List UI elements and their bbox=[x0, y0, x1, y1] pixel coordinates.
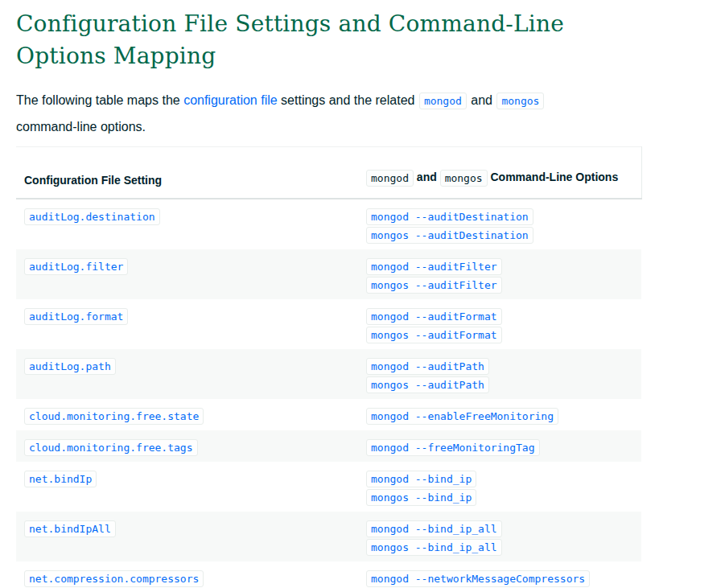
table-row: auditLog.path mongod --auditPathmongos -… bbox=[16, 349, 641, 399]
option-line: mongos --bind_ip bbox=[366, 489, 633, 506]
table-row: auditLog.destination mongod --auditDesti… bbox=[16, 199, 641, 249]
table-row: cloud.monitoring.free.tags mongod --free… bbox=[16, 430, 641, 462]
setting-code-link[interactable]: net.bindIpAll bbox=[24, 520, 116, 537]
intro-text-2: settings and the related bbox=[278, 93, 418, 107]
setting-cell: auditLog.format bbox=[16, 299, 358, 349]
option-line: mongos --bind_ip_all bbox=[366, 539, 633, 556]
option-code-link[interactable]: mongod --bind_ip_all bbox=[366, 520, 502, 537]
option-line: mongod --networkMessageCompressors bbox=[366, 570, 633, 587]
header-configuration-file-setting: Configuration File Setting bbox=[16, 147, 358, 199]
header-col1-label: Configuration File Setting bbox=[24, 174, 162, 187]
mongos-link[interactable]: mongos bbox=[496, 93, 544, 109]
option-code-link[interactable]: mongod --bind_ip bbox=[366, 471, 476, 487]
setting-code-link[interactable]: cloud.monitoring.free.state bbox=[24, 408, 204, 425]
setting-cell: cloud.monitoring.free.state bbox=[16, 399, 358, 430]
options-cell: mongod --enableFreeMonitoring bbox=[358, 399, 641, 430]
table-row: cloud.monitoring.free.state mongod --ena… bbox=[16, 399, 641, 430]
mongos-code: mongos bbox=[440, 170, 488, 187]
option-line: mongod --auditFilter bbox=[366, 258, 633, 275]
option-line: mongos --auditPath bbox=[366, 376, 633, 393]
options-cell: mongod --auditDestinationmongos --auditD… bbox=[358, 199, 641, 249]
setting-code-link[interactable]: net.compression.compressors bbox=[24, 570, 204, 587]
header-col2-label: Command-Line Options bbox=[491, 171, 619, 183]
setting-cell: auditLog.filter bbox=[16, 249, 358, 299]
option-code-link[interactable]: mongos --bind_ip bbox=[366, 489, 476, 506]
setting-cell: cloud.monitoring.free.tags bbox=[16, 430, 358, 462]
table-row: net.bindIp mongod --bind_ipmongos --bind… bbox=[16, 462, 641, 512]
setting-code-link[interactable]: auditLog.format bbox=[24, 308, 128, 325]
intro-line1: The following table maps the configurati… bbox=[16, 87, 628, 113]
option-code-link[interactable]: mongos --auditFormat bbox=[366, 327, 502, 343]
table-row: auditLog.format mongod --auditFormatmong… bbox=[16, 299, 641, 349]
option-line: mongod --freeMonitoringTag bbox=[366, 439, 633, 456]
mongod-code: mongod bbox=[366, 170, 414, 187]
option-code-link[interactable]: mongod --auditDestination bbox=[366, 208, 533, 225]
table-body: auditLog.destination mongod --auditDesti… bbox=[16, 199, 641, 588]
setting-code-link[interactable]: auditLog.path bbox=[24, 358, 116, 375]
table-row: net.bindIpAll mongod --bind_ip_allmongos… bbox=[16, 512, 641, 561]
mongod-link[interactable]: mongod bbox=[419, 93, 467, 109]
table-header-row: Configuration File Setting mongod and mo… bbox=[16, 147, 641, 199]
header-and-text: and bbox=[417, 171, 437, 183]
setting-cell: net.compression.compressors bbox=[16, 561, 358, 588]
option-code-link[interactable]: mongos --bind_ip_all bbox=[366, 539, 502, 556]
option-line: mongos --auditDestination bbox=[366, 227, 633, 244]
header-command-line-options: mongod and mongos Command-Line Options bbox=[358, 147, 641, 199]
option-line: mongod --auditDestination bbox=[366, 208, 633, 225]
option-code-link[interactable]: mongod --networkMessageCompressors bbox=[366, 570, 590, 587]
options-cell: mongod --bind_ipmongos --bind_ip bbox=[358, 462, 641, 512]
table-row: auditLog.filter mongod --auditFiltermong… bbox=[16, 249, 641, 299]
page-title-line1: Configuration File Settings and Command-… bbox=[16, 8, 641, 40]
options-cell: mongod --networkMessageCompressorsmongos… bbox=[358, 561, 641, 588]
setting-code-link[interactable]: auditLog.destination bbox=[24, 208, 160, 225]
setting-cell: net.bindIpAll bbox=[16, 512, 358, 561]
option-line: mongod --bind_ip_all bbox=[366, 520, 633, 537]
option-code-link[interactable]: mongos --auditFilter bbox=[366, 277, 502, 294]
configuration-file-link[interactable]: configuration file bbox=[183, 93, 278, 107]
option-code-link[interactable]: mongos --auditDestination bbox=[366, 227, 533, 244]
options-mapping-table-container: Configuration File Setting mongod and mo… bbox=[16, 146, 641, 588]
option-line: mongod --bind_ip bbox=[366, 471, 633, 487]
option-code-link[interactable]: mongod --auditFilter bbox=[366, 258, 502, 275]
option-code-link[interactable]: mongod --auditFormat bbox=[366, 308, 502, 325]
doc-content: Configuration File Settings and Command-… bbox=[0, 8, 725, 588]
options-cell: mongod --auditFormatmongos --auditFormat bbox=[358, 299, 641, 349]
intro-text-1: The following table maps the bbox=[16, 93, 183, 107]
setting-code-link[interactable]: net.bindIp bbox=[24, 471, 97, 487]
table-row: net.compression.compressors mongod --net… bbox=[16, 561, 641, 588]
option-line: mongod --auditPath bbox=[366, 358, 633, 375]
options-cell: mongod --freeMonitoringTag bbox=[358, 430, 641, 462]
option-line: mongos --auditFilter bbox=[366, 277, 633, 294]
options-cell: mongod --auditFiltermongos --auditFilter bbox=[358, 249, 641, 299]
setting-code-link[interactable]: auditLog.filter bbox=[24, 258, 128, 275]
option-line: mongod --enableFreeMonitoring bbox=[366, 408, 633, 425]
option-code-link[interactable]: mongod --auditPath bbox=[366, 358, 489, 375]
setting-cell: net.bindIp bbox=[16, 462, 358, 512]
intro-line2: command-line options. bbox=[16, 113, 628, 140]
option-code-link[interactable]: mongos --auditPath bbox=[366, 376, 489, 393]
options-cell: mongod --auditPathmongos --auditPath bbox=[358, 349, 641, 399]
option-code-link[interactable]: mongod --enableFreeMonitoring bbox=[366, 408, 558, 425]
page-title-line2: Options Mapping bbox=[16, 40, 641, 72]
page-title: Configuration File Settings and Command-… bbox=[16, 8, 641, 72]
options-mapping-table: Configuration File Setting mongod and mo… bbox=[16, 146, 642, 588]
setting-cell: auditLog.destination bbox=[16, 199, 358, 249]
intro-paragraph: The following table maps the configurati… bbox=[16, 87, 628, 140]
setting-cell: auditLog.path bbox=[16, 349, 358, 399]
options-cell: mongod --bind_ip_allmongos --bind_ip_all bbox=[358, 512, 641, 561]
setting-code-link[interactable]: cloud.monitoring.free.tags bbox=[24, 439, 198, 456]
option-code-link[interactable]: mongod --freeMonitoringTag bbox=[366, 439, 540, 456]
option-line: mongos --auditFormat bbox=[366, 327, 633, 343]
intro-text-3: and bbox=[468, 93, 496, 107]
option-line: mongod --auditFormat bbox=[366, 308, 633, 325]
